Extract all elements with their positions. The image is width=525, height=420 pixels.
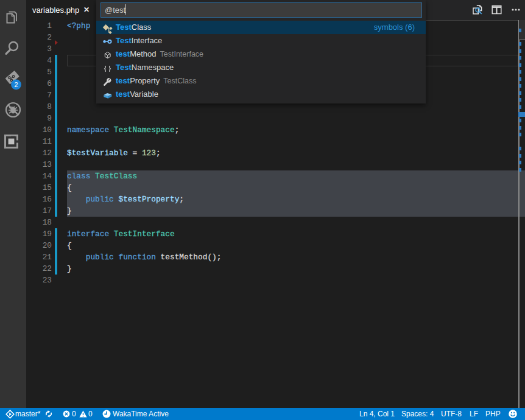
svg-text:2: 2 bbox=[14, 81, 18, 88]
